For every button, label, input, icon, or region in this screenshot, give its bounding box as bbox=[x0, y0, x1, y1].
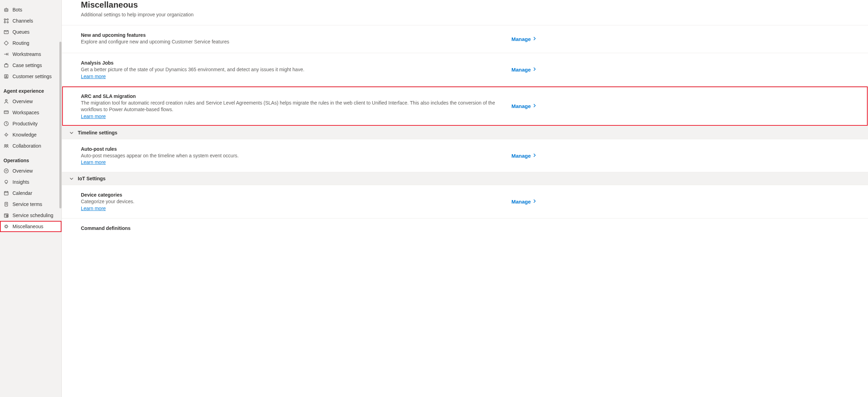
sidebar-item-label: Workspaces bbox=[12, 110, 39, 115]
section-description: Categorize your devices. bbox=[81, 198, 504, 205]
insights-icon bbox=[3, 179, 9, 185]
page-title: Miscellaneous bbox=[81, 0, 849, 10]
sidebar-item-label: Service scheduling bbox=[12, 213, 53, 218]
chevron-right-icon bbox=[532, 103, 537, 109]
manage-button-label: Manage bbox=[511, 36, 531, 42]
sidebar-item-workstreams[interactable]: Workstreams bbox=[0, 49, 61, 60]
chevron-right-icon bbox=[532, 67, 537, 73]
sidebar-item-knowledge[interactable]: Knowledge bbox=[0, 129, 61, 140]
sidebar-item-channels[interactable]: Channels bbox=[0, 15, 61, 26]
sidebar-item-label: Customer settings bbox=[12, 74, 52, 79]
manage-button[interactable]: Manage bbox=[511, 103, 537, 109]
section-description: Get a better picture of the state of you… bbox=[81, 66, 504, 73]
manage-button[interactable]: Manage bbox=[511, 67, 537, 73]
sidebar-item-label: Miscellaneous bbox=[12, 224, 43, 229]
sidebar-item-insights[interactable]: Insights bbox=[0, 176, 61, 188]
sidebar-item-label: Productivity bbox=[12, 121, 37, 126]
settings-section: Device categoriesCategorize your devices… bbox=[62, 185, 868, 218]
sidebar-item-service-terms[interactable]: Service terms bbox=[0, 199, 61, 210]
sidebar-item-label: Workstreams bbox=[12, 51, 41, 57]
sidebar-item-label: Calendar bbox=[12, 190, 32, 196]
section-title: Auto-post rules bbox=[81, 146, 504, 152]
misc-icon bbox=[3, 224, 9, 229]
sidebar-item-label: Queues bbox=[12, 29, 30, 35]
calendar-icon bbox=[3, 190, 9, 196]
section-title: Analysis Jobs bbox=[81, 60, 504, 66]
chevron-right-icon bbox=[532, 153, 537, 159]
workstreams-icon bbox=[3, 51, 9, 57]
collaboration-icon bbox=[3, 143, 9, 149]
main-content: Miscellaneous Additional settings to hel… bbox=[62, 0, 868, 397]
learn-more-link[interactable]: Learn more bbox=[81, 206, 106, 211]
sidebar-item-calendar[interactable]: Calendar bbox=[0, 188, 61, 199]
section-description: Auto-post messages appear on the timelin… bbox=[81, 152, 504, 159]
section-description: Explore and configure new and upcoming C… bbox=[81, 39, 504, 45]
manage-button[interactable]: Manage bbox=[511, 36, 537, 42]
overview-icon bbox=[3, 168, 9, 174]
settings-section: ARC and SLA migrationThe migration tool … bbox=[62, 86, 868, 126]
sidebar-item-label: Knowledge bbox=[12, 132, 36, 138]
manage-button-label: Manage bbox=[511, 199, 531, 205]
sidebar-item-bots[interactable]: Bots bbox=[0, 4, 61, 15]
customer-icon bbox=[3, 74, 9, 79]
learn-more-link[interactable]: Learn more bbox=[81, 159, 106, 165]
settings-section: Analysis JobsGet a better picture of the… bbox=[62, 53, 868, 86]
sidebar-item-label: Overview bbox=[12, 99, 33, 104]
sidebar-scrollbar[interactable] bbox=[59, 0, 61, 397]
settings-section: Command definitions bbox=[62, 218, 868, 239]
sidebar-item-customer-settings[interactable]: Customer settings bbox=[0, 71, 61, 82]
chevron-right-icon bbox=[532, 36, 537, 42]
learn-more-link[interactable]: Learn more bbox=[81, 114, 106, 119]
sidebar-item-label: Insights bbox=[12, 179, 29, 185]
sidebar-group-label: Agent experience bbox=[0, 82, 61, 96]
scheduling-icon bbox=[3, 213, 9, 218]
manage-button-label: Manage bbox=[511, 153, 531, 159]
workspaces-icon bbox=[3, 110, 9, 115]
page-subtitle: Additional settings to help improve your… bbox=[81, 12, 849, 17]
sidebar-item-queues[interactable]: Queues bbox=[0, 26, 61, 38]
sidebar-item-overview[interactable]: Overview bbox=[0, 96, 61, 107]
sidebar-group-label: Operations bbox=[0, 151, 61, 165]
sidebar-item-workspaces[interactable]: Workspaces bbox=[0, 107, 61, 118]
sidebar-item-routing[interactable]: Routing bbox=[0, 38, 61, 49]
section-title: New and upcoming features bbox=[81, 32, 504, 38]
sidebar-item-label: Overview bbox=[12, 168, 33, 174]
section-title: ARC and SLA migration bbox=[81, 93, 504, 99]
bot-icon bbox=[3, 7, 9, 13]
page-header: Miscellaneous Additional settings to hel… bbox=[62, 0, 868, 25]
settings-section: Auto-post rulesAuto-post messages appear… bbox=[62, 139, 868, 172]
sidebar: BotsChannelsQueuesRoutingWorkstreamsCase… bbox=[0, 0, 62, 397]
collapsible-header[interactable]: Timeline settings bbox=[62, 126, 868, 139]
overview-icon bbox=[3, 99, 9, 104]
sidebar-item-label: Case settings bbox=[12, 63, 42, 68]
collapsible-header[interactable]: IoT Settings bbox=[62, 172, 868, 185]
settings-section: New and upcoming featuresExplore and con… bbox=[62, 25, 868, 53]
manage-button[interactable]: Manage bbox=[511, 199, 537, 205]
chevron-down-icon bbox=[69, 130, 74, 135]
case-icon bbox=[3, 63, 9, 68]
sidebar-item-miscellaneous[interactable]: Miscellaneous bbox=[0, 221, 61, 232]
sidebar-item-label: Collaboration bbox=[12, 143, 41, 149]
queues-icon bbox=[3, 29, 9, 35]
collapsible-header-label: Timeline settings bbox=[78, 130, 117, 135]
sidebar-item-label: Bots bbox=[12, 7, 22, 13]
routing-icon bbox=[3, 40, 9, 46]
sidebar-item-case-settings[interactable]: Case settings bbox=[0, 60, 61, 71]
section-description: The migration tool for automatic record … bbox=[81, 100, 504, 113]
section-title: Command definitions bbox=[81, 225, 504, 231]
sidebar-item-service-scheduling[interactable]: Service scheduling bbox=[0, 210, 61, 221]
manage-button[interactable]: Manage bbox=[511, 153, 537, 159]
sidebar-item-label: Routing bbox=[12, 40, 29, 46]
section-title: Device categories bbox=[81, 192, 504, 198]
learn-more-link[interactable]: Learn more bbox=[81, 74, 106, 79]
chevron-down-icon bbox=[69, 176, 74, 181]
channels-icon bbox=[3, 18, 9, 24]
manage-button-label: Manage bbox=[511, 67, 531, 73]
sidebar-item-overview[interactable]: Overview bbox=[0, 165, 61, 176]
chevron-right-icon bbox=[532, 199, 537, 205]
sidebar-item-collaboration[interactable]: Collaboration bbox=[0, 140, 61, 151]
sidebar-item-label: Channels bbox=[12, 18, 33, 24]
sidebar-item-productivity[interactable]: Productivity bbox=[0, 118, 61, 129]
collapsible-header-label: IoT Settings bbox=[78, 176, 106, 181]
productivity-icon bbox=[3, 121, 9, 126]
